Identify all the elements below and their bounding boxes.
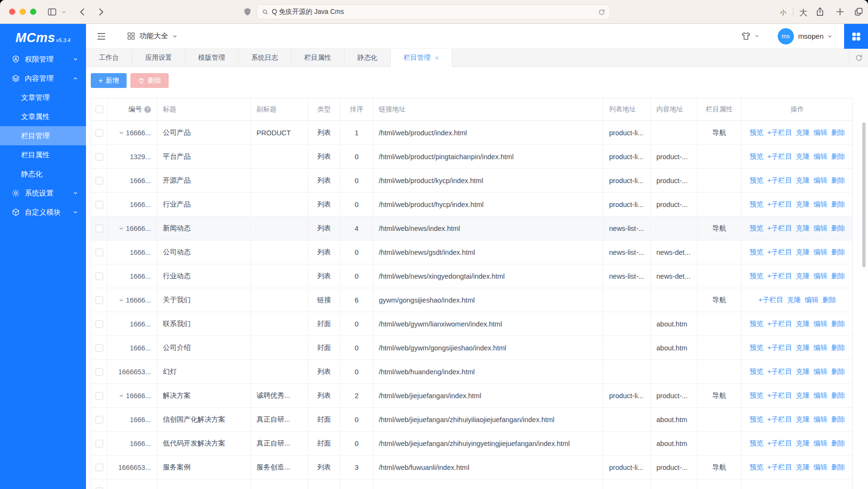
- app-menu[interactable]: 功能大全: [127, 32, 178, 41]
- apps-button[interactable]: [844, 24, 868, 49]
- op-delete-link[interactable]: 删除: [831, 176, 845, 185]
- help-icon[interactable]: ?: [144, 106, 151, 113]
- share-icon[interactable]: [814, 6, 825, 17]
- tab-overview-icon[interactable]: [853, 6, 864, 17]
- op-delete-link[interactable]: 删除: [831, 224, 845, 233]
- privacy-shield-icon[interactable]: [243, 7, 252, 17]
- minimize-window-button[interactable]: [20, 9, 26, 15]
- tab-app-settings[interactable]: 应用设置: [132, 49, 185, 66]
- back-button[interactable]: [77, 7, 88, 17]
- tab-column-mgmt[interactable]: 栏目管理×: [391, 49, 452, 67]
- select-all-checkbox[interactable]: [96, 106, 103, 113]
- op-clone-link[interactable]: 克隆: [796, 248, 810, 257]
- row-checkbox[interactable]: [96, 153, 103, 161]
- op-clone-link[interactable]: 克隆: [796, 343, 810, 352]
- op-edit-link[interactable]: 编辑: [814, 224, 827, 233]
- op-clone-link[interactable]: 克隆: [796, 439, 810, 448]
- vertical-scrollbar[interactable]: [862, 122, 866, 267]
- row-checkbox[interactable]: [96, 177, 103, 185]
- op-delete-link[interactable]: 删除: [831, 367, 845, 376]
- tab-template-mgmt[interactable]: 模版管理: [185, 49, 238, 66]
- row-checkbox[interactable]: [96, 201, 103, 208]
- op-add-child-link[interactable]: +子栏目: [767, 391, 792, 400]
- op-add-child-link[interactable]: +子栏目: [767, 272, 792, 281]
- close-window-button[interactable]: [9, 9, 15, 15]
- op-delete-link[interactable]: 删除: [831, 439, 845, 448]
- op-clone-link[interactable]: 克隆: [796, 391, 810, 400]
- op-add-child-link[interactable]: +子栏目: [767, 319, 792, 328]
- row-checkbox[interactable]: [96, 129, 103, 137]
- sidebar-group-permission[interactable]: 权限管理: [0, 50, 86, 69]
- op-edit-link[interactable]: 编辑: [804, 295, 818, 304]
- op-add-child-link[interactable]: +子栏目: [767, 367, 792, 376]
- op-add-child-link[interactable]: +子栏目: [759, 295, 783, 304]
- new-tab-icon[interactable]: [835, 6, 846, 17]
- op-preview-link[interactable]: 预览: [750, 367, 763, 376]
- op-delete-link[interactable]: 删除: [831, 319, 845, 328]
- op-clone-link[interactable]: 克隆: [796, 272, 810, 281]
- zoom-window-button[interactable]: [30, 9, 36, 15]
- op-edit-link[interactable]: 编辑: [814, 200, 827, 209]
- op-clone-link[interactable]: 克隆: [796, 128, 810, 137]
- tab-refresh-button[interactable]: [849, 49, 868, 66]
- op-add-child-link[interactable]: +子栏目: [767, 176, 792, 185]
- op-delete-link[interactable]: 删除: [831, 391, 845, 400]
- op-preview-link[interactable]: 预览: [750, 463, 763, 472]
- op-delete-link[interactable]: 删除: [831, 343, 845, 352]
- op-edit-link[interactable]: 编辑: [814, 343, 827, 352]
- tab-static[interactable]: 静态化: [344, 49, 391, 66]
- chevron-down-icon[interactable]: [61, 10, 66, 15]
- op-edit-link[interactable]: 编辑: [814, 319, 827, 328]
- op-add-child-link[interactable]: +子栏目: [767, 415, 792, 424]
- op-clone-link[interactable]: 克隆: [796, 463, 810, 472]
- op-edit-link[interactable]: 编辑: [814, 152, 827, 161]
- op-clone-link[interactable]: 克隆: [796, 152, 810, 161]
- row-checkbox[interactable]: [96, 368, 103, 376]
- op-edit-link[interactable]: 编辑: [814, 128, 827, 137]
- theme-switcher[interactable]: [741, 31, 760, 41]
- op-edit-link[interactable]: 编辑: [814, 367, 827, 376]
- address-bar[interactable]: Q 免疫开源的 Java Cms: [257, 4, 611, 20]
- op-edit-link[interactable]: 编辑: [814, 176, 827, 185]
- op-preview-link[interactable]: 预览: [750, 248, 763, 257]
- row-checkbox[interactable]: [96, 464, 103, 471]
- tab-system-log[interactable]: 系统日志: [238, 49, 291, 66]
- row-checkbox[interactable]: [96, 488, 103, 489]
- op-preview-link[interactable]: 预览: [750, 415, 763, 424]
- op-preview-link[interactable]: 预览: [750, 128, 763, 137]
- sidebar-item-article-attr[interactable]: 文章属性: [0, 107, 86, 126]
- op-add-child-link[interactable]: +子栏目: [767, 463, 792, 472]
- op-add-child-link[interactable]: +子栏目: [767, 224, 792, 233]
- delete-button[interactable]: 删除: [130, 73, 169, 88]
- op-preview-link[interactable]: 预览: [750, 439, 763, 448]
- op-edit-link[interactable]: 编辑: [814, 272, 827, 281]
- op-preview-link[interactable]: 预览: [750, 343, 763, 352]
- sidebar-item-static[interactable]: 静态化: [0, 164, 86, 184]
- op-clone-link[interactable]: 克隆: [796, 176, 810, 185]
- op-add-child-link[interactable]: +子栏目: [767, 343, 792, 352]
- op-delete-link[interactable]: 删除: [831, 248, 845, 257]
- op-add-child-link[interactable]: +子栏目: [767, 439, 792, 448]
- row-checkbox[interactable]: [96, 249, 103, 256]
- row-checkbox[interactable]: [96, 392, 103, 400]
- op-edit-link[interactable]: 编辑: [814, 439, 827, 448]
- sidebar-group-system[interactable]: 系统设置: [0, 184, 86, 203]
- op-preview-link[interactable]: 预览: [750, 224, 763, 233]
- sidebar-item-column-mgmt[interactable]: 栏目管理: [0, 126, 86, 145]
- sidebar-group-content[interactable]: 内容管理: [0, 69, 86, 88]
- op-delete-link[interactable]: 删除: [822, 295, 836, 304]
- op-delete-link[interactable]: 删除: [831, 200, 845, 209]
- row-checkbox[interactable]: [96, 344, 103, 352]
- row-checkbox[interactable]: [96, 296, 103, 304]
- op-delete-link[interactable]: 删除: [831, 415, 845, 424]
- op-clone-link[interactable]: 克隆: [796, 367, 810, 376]
- close-icon[interactable]: ×: [435, 54, 439, 61]
- op-add-child-link[interactable]: +子栏目: [767, 200, 792, 209]
- op-add-child-link[interactable]: +子栏目: [767, 248, 792, 257]
- op-edit-link[interactable]: 编辑: [814, 415, 827, 424]
- op-edit-link[interactable]: 编辑: [814, 391, 827, 400]
- op-edit-link[interactable]: 编辑: [814, 248, 827, 257]
- sidebar-item-column-attr[interactable]: 栏目属性: [0, 145, 86, 164]
- sidebar-item-article-mgmt[interactable]: 文章管理: [0, 88, 86, 107]
- op-delete-link[interactable]: 删除: [831, 128, 845, 137]
